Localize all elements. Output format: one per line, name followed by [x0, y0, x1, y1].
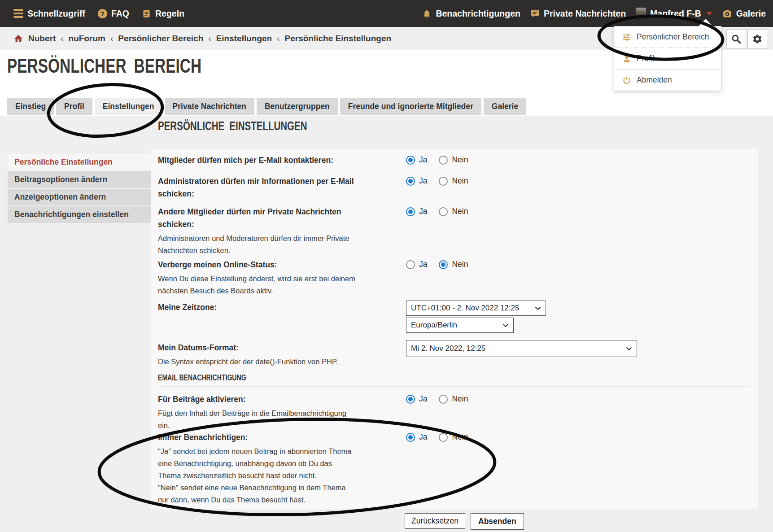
home-icon: [13, 34, 23, 44]
field-label: Meine Zeitzone:: [158, 301, 397, 314]
username-label: Manfred F-B: [650, 9, 701, 19]
form-row: Mitglieder dürfen mich per E-Mail kontak…: [158, 154, 397, 166]
radio-ja[interactable]: [406, 260, 415, 269]
avatar: [636, 8, 646, 20]
tab-bar: Einstieg Profil Einstellungen Private Na…: [7, 98, 526, 115]
radio-nein[interactable]: [439, 156, 448, 165]
search-icon: [731, 34, 742, 44]
radio-ja[interactable]: [406, 395, 415, 404]
radio-nein-label[interactable]: Nein: [452, 394, 468, 404]
forum-settings-page: Schnellzugriff ? FAQ Regeln: [0, 0, 773, 532]
bell-icon: [422, 9, 432, 18]
private-messages-button[interactable]: Private Nachrichten: [530, 9, 626, 19]
quick-links-button[interactable]: Schnellzugriff: [13, 9, 85, 19]
chevron-down-icon: [535, 306, 541, 310]
radio-nein-label[interactable]: Nein: [452, 155, 468, 165]
sidebar-item-anzeigeoptionen[interactable]: Anzeigeoptionen ändern: [8, 189, 151, 205]
topbar-right-group: Benachrichtigungen Private Nachrichten M…: [422, 8, 766, 20]
settings-sidebar: Persönliche Einstellungen Beitragsoption…: [8, 154, 151, 223]
date-format-select[interactable]: Mi 2. Nov 2022, 12:25: [406, 340, 637, 357]
radio-nein[interactable]: [439, 433, 448, 442]
breadcrumb-separator: ‹: [61, 34, 63, 44]
radio-nein[interactable]: [439, 177, 448, 186]
private-messages-label: Private Nachrichten: [544, 9, 626, 19]
breadcrumb-item[interactable]: Persönliche Einstellungen: [285, 34, 392, 44]
tab-galerie[interactable]: Galerie: [484, 98, 526, 115]
breadcrumb-separator: ‹: [277, 34, 280, 44]
tab-einstieg[interactable]: Einstieg: [7, 98, 54, 115]
radio-nein-label[interactable]: Nein: [452, 432, 468, 442]
settings-button[interactable]: [747, 29, 767, 49]
field-label: Andere Mitglieder dürfen mir Private Nac…: [158, 205, 397, 231]
radio-ja-label[interactable]: Ja: [419, 260, 427, 269]
sidebar-item-benachrichtigungen[interactable]: Benachrichtigungen einstellen: [8, 206, 151, 223]
radio-nein-label[interactable]: Nein: [452, 260, 468, 269]
chevron-down-icon: [626, 347, 632, 351]
tab-private-nachrichten[interactable]: Private Nachrichten: [165, 98, 254, 115]
field-label: Mein Datums-Format:: [158, 341, 397, 354]
timezone-city-select[interactable]: Europa/Berlin: [406, 318, 514, 333]
notifications-button[interactable]: Benachrichtigungen: [422, 9, 520, 19]
rules-label: Regeln: [155, 9, 184, 19]
tab-benutzergruppen[interactable]: Benutzergruppen: [257, 98, 338, 115]
field-label: Verberge meinen Online-Status:: [158, 258, 397, 271]
radio-group-email-contact: Ja Nein: [406, 155, 468, 165]
user-icon: [622, 54, 631, 63]
breadcrumb-item[interactable]: Einstellungen: [216, 34, 272, 44]
reset-button[interactable]: Zurücksetzen: [405, 513, 465, 529]
radio-nein[interactable]: [439, 395, 448, 404]
radio-ja-label[interactable]: Ja: [419, 207, 427, 216]
radio-nein[interactable]: [439, 260, 448, 269]
field-label: Immer Benachrichtigen:: [158, 431, 397, 444]
radio-ja-label[interactable]: Ja: [419, 432, 427, 442]
search-button[interactable]: [726, 29, 746, 49]
tab-einstellungen[interactable]: Einstellungen: [95, 98, 162, 115]
radio-ja[interactable]: [406, 433, 415, 442]
form-row: Andere Mitglieder dürfen mir Private Nac…: [158, 205, 397, 257]
radio-ja-label[interactable]: Ja: [419, 394, 427, 404]
sidebar-item-persoenliche-einstellungen[interactable]: Persönliche Einstellungen: [8, 154, 151, 170]
field-help-text: Administratoren und Moderatoren dürfen d…: [158, 232, 397, 257]
radio-group-private-messages: Ja Nein: [406, 207, 468, 216]
sliders-icon: [622, 33, 631, 42]
faq-link[interactable]: ? FAQ: [98, 9, 129, 19]
submit-button[interactable]: Absenden: [471, 513, 524, 530]
radio-ja-label[interactable]: Ja: [419, 155, 427, 165]
radio-nein[interactable]: [439, 207, 448, 216]
field-help-text: Wenn Du diese Einstellung änderst, wird …: [158, 273, 397, 297]
field-help-text: Die Syntax entspricht der der date()-Fun…: [158, 356, 397, 368]
tab-freunde[interactable]: Freunde und ignorierte Mitglieder: [340, 98, 481, 115]
tab-profil[interactable]: Profil: [56, 98, 92, 115]
user-dropdown-menu: Persönlicher Bereich Profil Abmelden: [614, 26, 721, 91]
menu-item-personal-area[interactable]: Persönlicher Bereich: [614, 26, 721, 48]
radio-nein-label[interactable]: Nein: [452, 207, 468, 216]
field-label: Administratoren dürfen mir Informationen…: [158, 175, 397, 200]
top-navigation-bar: Schnellzugriff ? FAQ Regeln: [0, 0, 773, 27]
content-area: PERSÖNLICHE EINSTELLUNGEN Persönliche Ei…: [0, 116, 773, 532]
radio-group-post-notification: Ja Nein: [406, 394, 468, 404]
menu-item-logout[interactable]: Abmelden: [614, 69, 721, 91]
form-row: Administratoren dürfen mir Informationen…: [158, 175, 397, 200]
select-value: Mi 2. Nov 2022, 12:25: [411, 344, 485, 353]
timezone-select[interactable]: UTC+01:00 - 2. Nov 2022 12:25: [406, 301, 546, 316]
breadcrumb-item[interactable]: Nubert: [28, 34, 56, 44]
form-row: Meine Zeitzone:: [158, 301, 397, 314]
gallery-link[interactable]: Galerie: [722, 9, 766, 19]
radio-ja-label[interactable]: Ja: [419, 176, 427, 186]
radio-group-admin-email: Ja Nein: [406, 176, 468, 186]
radio-ja[interactable]: [406, 156, 415, 165]
field-label: Mitglieder dürfen mich per E-Mail kontak…: [158, 154, 397, 166]
radio-nein-label[interactable]: Nein: [452, 176, 468, 186]
user-menu-button[interactable]: Manfred F-B: [636, 8, 712, 20]
menu-item-profile[interactable]: Profil: [614, 48, 721, 69]
sidebar-item-beitragsoptionen[interactable]: Beitragsoptionen ändern: [8, 171, 151, 188]
radio-ja[interactable]: [406, 177, 415, 186]
rules-link[interactable]: Regeln: [142, 9, 184, 19]
breadcrumb-item[interactable]: nuForum: [69, 34, 105, 44]
radio-ja[interactable]: [406, 207, 415, 216]
breadcrumb-item[interactable]: Persönlicher Bereich: [118, 34, 203, 44]
book-icon: [142, 9, 151, 18]
power-icon: [622, 76, 631, 85]
breadcrumb-tools: [726, 29, 767, 49]
field-help-text: "Ja" sendet bei jedem neuen Beitrag in a…: [158, 445, 397, 506]
